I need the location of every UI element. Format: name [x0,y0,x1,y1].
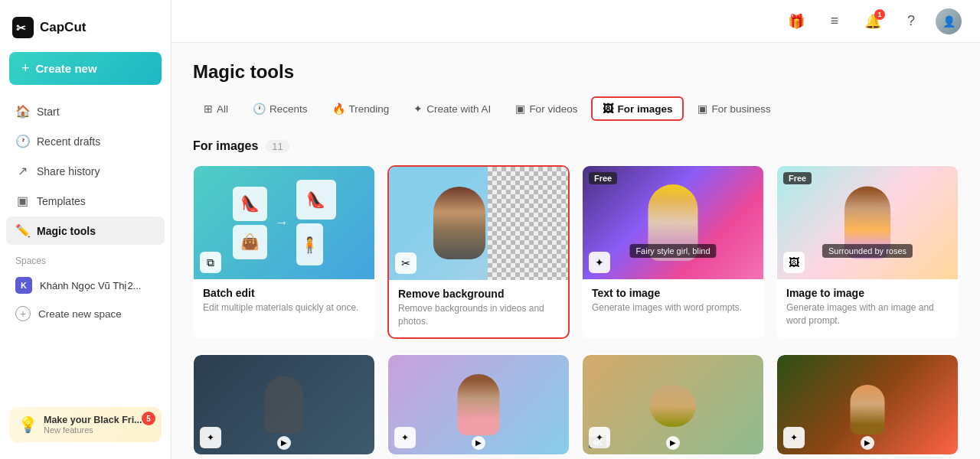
create-space-item[interactable]: + Create new space [6,300,165,327]
sidebar-item-templates-label: Templates [37,195,86,207]
menu-icon-button[interactable]: ≡ [821,8,848,35]
tab-for-images[interactable]: 🖼 For images [591,96,684,121]
user-avatar[interactable]: 👤 [936,8,962,34]
card-image-to-image[interactable]: Free Surrounded by roses 🖼 Image to imag… [776,165,959,339]
card-bottom-1-thumb: ✦ ▶ [194,355,374,454]
section-title: For images [193,139,258,153]
sidebar-item-share[interactable]: ↗ Share history [6,157,165,185]
sidebar-item-recent-label: Recent drafts [37,135,100,148]
tab-all-label: All [217,103,228,115]
for-business-tab-icon: ▣ [697,103,707,115]
tab-recents-label: Recents [270,103,308,115]
tab-create-ai-label: Create with AI [426,103,491,115]
tab-create-ai[interactable]: ✦ Create with AI [403,97,501,120]
card-t2i-body: Text to image Generate images with word … [583,279,763,324]
card-bottom-2-thumb: ✦ ▶ [388,355,569,454]
i2i-tool-icon: 🖼 [783,252,805,273]
space-name: Khánh Ngọc Vũ Thị2... [40,280,141,291]
card-bottom-4-thumb: ✦ ▶ [777,355,958,454]
card-remove-desc: Remove backgrounds in videos and photos. [398,302,559,328]
card-bottom-3[interactable]: 4K ✦ ▶ [582,354,764,455]
promo-banner[interactable]: 💡 Make your Black Fri... New features 5 [9,407,162,442]
cards-grid-bottom: ✦ ▶ ✦ ▶ 4K ✦ ▶ [193,354,959,455]
gift-icon-button[interactable]: 🎁 [782,8,810,35]
recents-tab-icon: 🕐 [253,103,266,115]
tab-for-videos-label: For videos [529,103,577,115]
person-silhouette [433,187,485,259]
remove-bg-tool-icon: ✂ [395,252,416,274]
card-remove-body: Remove background Remove backgrounds in … [389,280,568,337]
sidebar-item-share-label: Share history [37,165,100,177]
t2i-tooltip: Fairy style girl, blind [629,244,716,258]
card-bottom-3-thumb: 4K ✦ ▶ [583,355,763,454]
tab-for-business-label: For business [711,103,770,115]
clock-icon: 🕐 [15,134,29,148]
sidebar-item-templates[interactable]: ▣ Templates [6,187,165,215]
filter-tabs: ⊞ All 🕐 Recents 🔥 Trending ✦ Create with… [193,96,959,121]
card-remove-thumb: ✂ [389,167,568,280]
for-images-tab-icon: 🖼 [603,103,613,115]
sidebar-item-magic-label: Magic tools [37,225,96,237]
notification-icon-button[interactable]: 🔔 1 [859,8,887,35]
card-bottom-2[interactable]: ✦ ▶ [387,354,570,455]
spaces-section-label: Spaces [0,245,171,271]
card-bottom-4[interactable]: ✦ ▶ [776,354,959,455]
templates-icon: ▣ [15,194,29,208]
batch-shoe-img: 👠 [233,187,267,221]
i2i-free-badge: Free [783,172,812,184]
card-text-to-image[interactable]: Free Fairy style girl, blind ✦ Text to i… [582,165,764,339]
all-tab-icon: ⊞ [204,103,213,115]
card-remove-name: Remove background [398,288,559,300]
bottom3-tool-icon: ✦ [589,427,610,448]
capcut-logo-icon: ✂ [12,17,34,38]
card-i2i-thumb: Free Surrounded by roses 🖼 [777,166,958,279]
i2i-tooltip: Surrounded by roses [822,244,913,258]
batch-result-img: 👠 [296,180,336,220]
space-item-user[interactable]: K Khánh Ngọc Vũ Thị2... [6,271,165,300]
cat-shape [650,385,696,427]
tab-all[interactable]: ⊞ All [193,97,239,120]
share-icon: ↗ [15,164,29,178]
tab-trending[interactable]: 🔥 Trending [322,97,400,120]
tab-recents[interactable]: 🕐 Recents [242,97,318,120]
batch-person-img: 🧍 [296,223,323,265]
home-icon: 🏠 [15,104,29,119]
create-space-label: Create new space [38,308,122,320]
svg-text:✂: ✂ [16,21,26,34]
magic-icon: ✏️ [15,223,29,238]
card-batch-thumb: 👠 👜 → 👠 🧍 ⧉ [194,166,374,279]
notification-badge: 1 [874,9,885,20]
batch-col-left: 👠 👜 [233,187,267,259]
card-batch-body: Batch edit Edit multiple materials quick… [194,279,374,324]
cards-grid: 👠 👜 → 👠 🧍 ⧉ Batch edit Edit multiple mat… [193,165,959,339]
tab-for-business[interactable]: ▣ For business [687,97,781,120]
tab-trending-label: Trending [349,103,390,115]
sidebar-nav: 🏠 Start 🕐 Recent drafts ↗ Share history … [0,97,171,245]
card-bottom-1[interactable]: ✦ ▶ [193,354,375,455]
create-ai-tab-icon: ✦ [413,103,423,115]
tab-for-images-label: For images [617,103,672,115]
sidebar-item-recent[interactable]: 🕐 Recent drafts [6,127,165,155]
card-t2i-name: Text to image [592,287,754,299]
card-remove-bg[interactable]: ✂ Remove background Remove backgrounds i… [387,165,570,339]
card-batch-edit[interactable]: 👠 👜 → 👠 🧍 ⧉ Batch edit Edit multiple mat… [193,165,375,339]
create-new-button[interactable]: + Create new [9,52,162,85]
sidebar-item-start[interactable]: 🏠 Start [6,97,165,125]
sidebar: ✂ CapCut + Create new 🏠 Start 🕐 Recent d… [0,0,172,459]
card-batch-name: Batch edit [203,287,365,299]
person2-shape [458,374,500,435]
for-videos-tab-icon: ▣ [515,103,525,115]
help-icon-button[interactable]: ? [897,8,925,35]
trending-tab-icon: 🔥 [332,103,345,115]
promo-icon: 💡 [18,415,38,434]
batch-bag-img: 👜 [233,225,267,259]
bottom2-play-btn: ▶ [472,436,485,450]
card-i2i-desc: Generate images with an image and word p… [786,301,949,327]
t2i-tool-icon: ✦ [589,252,610,273]
logo[interactable]: ✂ CapCut [0,9,171,52]
tab-for-videos[interactable]: ▣ For videos [505,97,588,120]
batch-col-right: 👠 🧍 [296,180,336,265]
person-photo [410,172,509,274]
space-avatar: K [15,277,32,294]
sidebar-item-magic[interactable]: ✏️ Magic tools [6,216,165,245]
